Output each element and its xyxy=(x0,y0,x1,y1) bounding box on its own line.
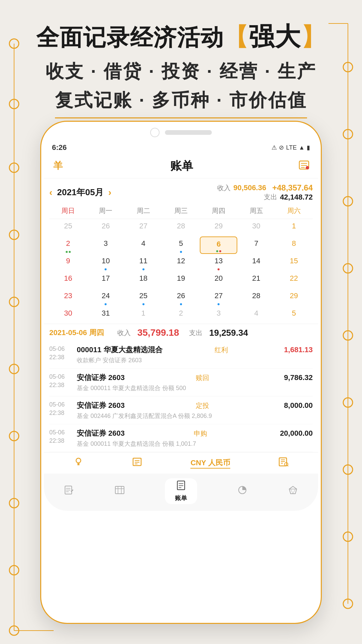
tx-amount-1: 1,681.13 xyxy=(284,345,313,354)
cal-day-29[interactable]: 29 xyxy=(275,289,313,306)
cal-day-5[interactable]: 5 xyxy=(162,236,200,254)
tx-amount-4: 20,000.00 xyxy=(280,429,313,438)
month-nav: ‹ 2021年05月 › 收入 90,506.36 +48,357.64 支出 … xyxy=(49,178,313,205)
nav-chart[interactable] xyxy=(237,485,247,497)
cal-day-19[interactable]: 19 xyxy=(162,271,200,289)
status-icons: ⚠ ⊘ LTE ▲ ▮ xyxy=(272,144,310,151)
prev-month-btn[interactable]: ‹ xyxy=(49,187,52,198)
cal-day-9[interactable]: 9 xyxy=(49,254,87,271)
lightbulb-icon[interactable] xyxy=(73,457,84,470)
cal-day-30[interactable]: 30 xyxy=(49,306,87,324)
search-icon-toolbar[interactable] xyxy=(278,457,289,470)
tx-time-2: 05-0622:38 xyxy=(49,373,73,389)
tx-details-4: 安信证券 2603 申购 20,000.00 基金 000011 华夏大盘精选混… xyxy=(77,428,313,448)
calendar-grid: 25 26 27 28 29 30 1 2 3 4 5 6 xyxy=(49,219,313,324)
cal-day-1[interactable]: 1 xyxy=(275,219,313,236)
svg-text:羊: 羊 xyxy=(53,160,63,171)
daily-income-val: 35,799.18 xyxy=(137,327,179,338)
nav-bill[interactable]: 账单 xyxy=(165,478,197,504)
hero-strong-text: 强大 xyxy=(249,22,301,51)
edit-icon-btn[interactable] xyxy=(298,159,310,173)
cal-day-26-prev[interactable]: 26 xyxy=(87,219,124,236)
cal-day-14[interactable]: 14 xyxy=(237,254,275,271)
month-label: 2021年05月 xyxy=(57,186,104,198)
cal-day-3[interactable]: 3 xyxy=(87,236,124,254)
diamond-nav-icon xyxy=(288,485,298,497)
hero-line3: 复式记账 · 多币种 · 市价估值 xyxy=(55,90,307,110)
tx-time-4: 05-0622:38 xyxy=(49,428,73,445)
nav-diamond[interactable] xyxy=(288,485,298,497)
weekday-thu: 周四 xyxy=(200,205,237,217)
cal-day-8[interactable]: 8 xyxy=(275,236,313,254)
cal-day-13[interactable]: 13 xyxy=(200,254,237,271)
nav-edit[interactable] xyxy=(64,485,74,497)
cal-day-5-next[interactable]: 5 xyxy=(275,306,313,324)
tx-amount-2: 9,786.32 xyxy=(284,373,313,382)
cal-day-1-next[interactable]: 1 xyxy=(125,306,162,324)
cal-day-27[interactable]: 27 xyxy=(200,289,237,306)
weekday-tue: 周二 xyxy=(125,205,162,217)
tx-item-4[interactable]: 05-0622:38 安信证券 2603 申购 20,000.00 基金 000… xyxy=(49,424,313,452)
cal-day-31[interactable]: 31 xyxy=(87,306,124,324)
cal-day-28[interactable]: 28 xyxy=(237,289,275,306)
transaction-list: 05-0622:38 000011 华夏大盘精选混合 红利 1,681.13 收… xyxy=(44,341,318,452)
cal-day-23[interactable]: 23 xyxy=(49,289,87,306)
income-label: 收入 xyxy=(217,183,231,193)
daily-expense-label: 支出 xyxy=(189,328,202,337)
warning-icon: ⚠ xyxy=(272,144,277,151)
cal-day-10[interactable]: 10 xyxy=(87,254,124,271)
tx-type-1: 红利 xyxy=(215,345,228,355)
cal-day-22[interactable]: 22 xyxy=(275,271,313,289)
calendar-area: ‹ 2021年05月 › 收入 90,506.36 +48,357.64 支出 … xyxy=(44,178,318,324)
svg-marker-57 xyxy=(289,486,297,494)
cal-day-6-today[interactable]: 6 xyxy=(200,236,237,254)
svg-point-4 xyxy=(9,297,19,307)
svg-rect-48 xyxy=(115,486,124,494)
cal-day-21[interactable]: 21 xyxy=(237,271,275,289)
svg-line-43 xyxy=(287,466,288,467)
weekday-sat: 周六 xyxy=(275,205,313,217)
cal-day-25-prev[interactable]: 25 xyxy=(49,219,87,236)
tx-item-3[interactable]: 05-0622:38 安信证券 2603 定投 8,000.00 基金 0024… xyxy=(49,396,313,424)
svg-point-15 xyxy=(343,398,353,407)
cal-day-17[interactable]: 17 xyxy=(87,271,124,289)
next-month-btn[interactable]: › xyxy=(108,187,111,198)
svg-point-30 xyxy=(76,458,81,463)
cal-day-25[interactable]: 25 xyxy=(125,289,162,306)
tx-item-2[interactable]: 05-0622:38 安信证券 2603 赎回 9,786.32 基金 0000… xyxy=(49,369,313,396)
cal-day-29-prev[interactable]: 29 xyxy=(200,219,237,236)
cal-day-30-prev[interactable]: 30 xyxy=(237,219,275,236)
svg-point-18 xyxy=(343,599,353,608)
cal-day-28-prev[interactable]: 28 xyxy=(162,219,200,236)
list-icon-toolbar[interactable] xyxy=(132,457,142,470)
cal-day-2-next[interactable]: 2 xyxy=(162,306,200,324)
nav-table[interactable] xyxy=(115,485,125,497)
cal-day-27-prev[interactable]: 27 xyxy=(125,219,162,236)
cal-day-20[interactable]: 20 xyxy=(200,271,237,289)
tx-item-1[interactable]: 05-0622:38 000011 华夏大盘精选混合 红利 1,681.13 收… xyxy=(49,341,313,369)
app-header: 羊 账单 xyxy=(44,155,318,178)
hero-bracket-open: 【 xyxy=(224,23,249,50)
cal-day-11[interactable]: 11 xyxy=(125,254,162,271)
cal-day-24[interactable]: 24 xyxy=(87,289,124,306)
hero-bracket-close: 】 xyxy=(301,23,326,50)
phone-notch xyxy=(41,122,321,141)
cal-day-7[interactable]: 7 xyxy=(237,236,275,254)
cal-day-4[interactable]: 4 xyxy=(125,236,162,254)
expense-label: 支出 xyxy=(264,193,277,202)
cal-day-12[interactable]: 12 xyxy=(162,254,200,271)
cal-day-2[interactable]: 2 xyxy=(49,236,87,254)
tx-type-3: 定投 xyxy=(196,401,209,410)
chart-nav-icon xyxy=(237,485,247,497)
cal-day-15[interactable]: 15 xyxy=(275,254,313,271)
tx-name-3: 安信证券 2603 xyxy=(77,400,125,411)
svg-point-16 xyxy=(343,465,353,474)
cal-day-26[interactable]: 26 xyxy=(162,289,200,306)
cal-day-16[interactable]: 16 xyxy=(49,271,87,289)
svg-point-6 xyxy=(9,431,19,441)
currency-selector[interactable]: CNY 人民币 xyxy=(190,458,230,469)
cal-day-18[interactable]: 18 xyxy=(125,271,162,289)
daily-date: 2021-05-06 周四 xyxy=(49,328,104,338)
cal-day-4-next[interactable]: 4 xyxy=(237,306,275,324)
cal-day-3-next[interactable]: 3 xyxy=(200,306,237,324)
